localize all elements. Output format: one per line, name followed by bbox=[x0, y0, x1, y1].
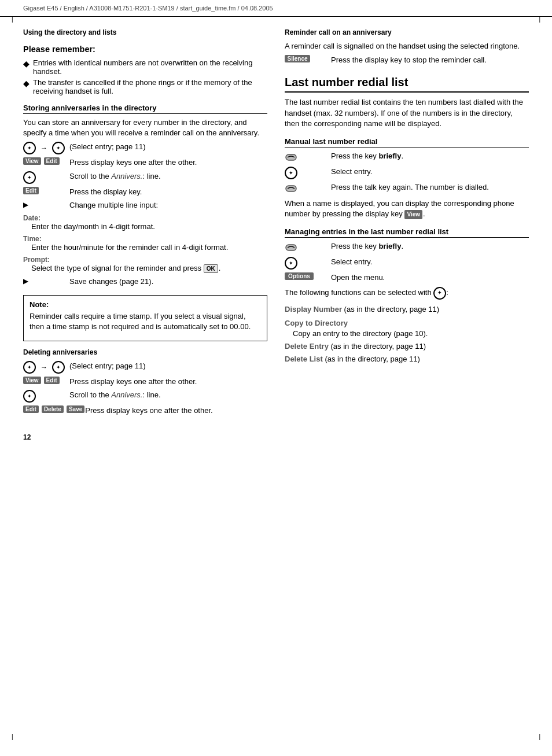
manual-step2-icon bbox=[285, 167, 331, 179]
managing-step2: Select entry. bbox=[285, 257, 529, 270]
manual-step1-text: Press the key briefly. bbox=[331, 151, 529, 161]
talk-key-m1 bbox=[285, 241, 297, 254]
view-btn-manual[interactable]: View bbox=[404, 210, 422, 219]
option-copy-to-directory: Copy to Directory Copy an entry to the d… bbox=[285, 318, 529, 339]
date-label: Date: bbox=[23, 214, 41, 222]
time-text: Enter the hour/minute for the reminder c… bbox=[31, 243, 267, 252]
managing-step3-text: Open the menu. bbox=[331, 272, 529, 283]
nav-icon-2 bbox=[52, 142, 65, 154]
bullet-2: ◆ The transfer is cancelled if the phone… bbox=[23, 78, 267, 95]
deleting-step1-text: (Select entry; page 11) bbox=[69, 361, 267, 371]
del-step3-pre: Scroll to the bbox=[69, 390, 109, 399]
left-column: Using the directory and lists Please rem… bbox=[23, 28, 267, 441]
last-number-redial-heading: Last number redial list bbox=[285, 76, 529, 93]
storing-step1-icons: → bbox=[23, 142, 69, 154]
time-field: Time: Enter the hour/minute for the remi… bbox=[23, 234, 267, 252]
edit-btn-d[interactable]: Edit bbox=[44, 377, 60, 384]
view-btn-d[interactable]: View bbox=[23, 377, 41, 384]
managing-step3: Options Open the menu. bbox=[285, 272, 529, 283]
corner-mark-tl: | bbox=[12, 16, 13, 23]
corner-mark-br: | bbox=[539, 733, 540, 740]
step3-pre: Scroll to the bbox=[69, 172, 109, 180]
prompt-field: Prompt: Select the type of signal for th… bbox=[23, 255, 267, 273]
silence-btn[interactable]: Silence bbox=[285, 55, 310, 62]
bullet-diamond-2: ◆ bbox=[23, 78, 30, 88]
save-arrow-icon: ▶ bbox=[23, 276, 69, 286]
options-btn[interactable]: Options bbox=[285, 272, 314, 280]
manual-redial-section: Manual last number redial Press the key … bbox=[285, 137, 529, 219]
page-header: Gigaset E45 / English / A31008-M1751-R20… bbox=[0, 0, 552, 17]
storing-anniversaries-heading: Storing anniversaries in the directory bbox=[23, 104, 267, 114]
storing-anniversaries-section: Storing anniversaries in the directory Y… bbox=[23, 104, 267, 287]
option-display-number: Display Number (as in the directory, pag… bbox=[285, 304, 529, 315]
nav-icon-d1 bbox=[23, 361, 36, 374]
deleting-step2-text: Press display keys one after the other. bbox=[69, 377, 267, 387]
manual-step3: Press the talk key again. The number is … bbox=[285, 182, 529, 195]
talk-key-1 bbox=[285, 151, 297, 164]
header-text: Gigaset E45 / English / A31008-M1751-R20… bbox=[23, 5, 273, 12]
deleting-step3-text: Scroll to the Annivers.: line. bbox=[69, 390, 267, 400]
managing-entries-heading: Managing entries in the last number redi… bbox=[285, 227, 529, 238]
storing-step3-icon bbox=[23, 171, 69, 184]
annivers-label: Annivers. bbox=[111, 172, 142, 180]
storing-step2-text: Press display keys one after the other. bbox=[69, 157, 267, 168]
prompt-label: Prompt: bbox=[23, 256, 50, 264]
delete-btn-del[interactable]: Delete bbox=[42, 405, 64, 413]
managing-step1-text: Press the key briefly. bbox=[331, 241, 529, 252]
managing-step1: Press the key briefly. bbox=[285, 241, 529, 254]
managing-step2-icon bbox=[285, 257, 331, 270]
option-delete-entry: Delete Entry (as in the directory, page … bbox=[285, 341, 529, 352]
nav-icon-m2 bbox=[285, 167, 297, 179]
storing-step4-text: Press the display key. bbox=[69, 187, 267, 197]
note-box: Note: Reminder calls require a time stam… bbox=[23, 295, 267, 341]
note-title: Note: bbox=[30, 300, 261, 309]
manual-step3-icon bbox=[285, 182, 331, 195]
storing-step5-icon: ▶ bbox=[23, 200, 69, 210]
nav-icon-d2 bbox=[52, 361, 65, 374]
please-remember-section: Please remember: ◆ Entries with identica… bbox=[23, 45, 267, 95]
nav-icon-1 bbox=[23, 142, 36, 154]
main-content: Using the directory and lists Please rem… bbox=[0, 17, 552, 464]
storing-step2-btns: View Edit bbox=[23, 157, 69, 165]
storing-step2: View Edit Press display keys one after t… bbox=[23, 157, 267, 168]
nav-icon-mg2 bbox=[285, 257, 297, 270]
directory-section-heading: Using the directory and lists bbox=[23, 28, 267, 36]
view-btn-1[interactable]: View bbox=[23, 157, 41, 165]
manual-step3-text: Press the talk key again. The number is … bbox=[331, 182, 529, 193]
talk-key-2 bbox=[285, 182, 297, 195]
storing-anniversaries-intro: You can store an anniversary for every n… bbox=[23, 117, 267, 138]
reminder-call-text: A reminder call is signalled on the hand… bbox=[285, 41, 529, 51]
ok-btn[interactable]: OK bbox=[204, 264, 218, 273]
svg-rect-0 bbox=[286, 154, 296, 160]
arrow-1: → bbox=[41, 144, 47, 152]
save-changes: ▶ Save changes (page 21). bbox=[23, 276, 267, 287]
deleting-step3-icon bbox=[23, 390, 69, 403]
annivers-label-del: Annivers. bbox=[111, 390, 142, 399]
manual-step1: Press the key briefly. bbox=[285, 151, 529, 164]
page-number: 12 bbox=[23, 433, 267, 441]
functions-intro: The following functions can be selected … bbox=[285, 287, 529, 300]
page: | | Gigaset E45 / English / A31008-M1751… bbox=[0, 0, 552, 756]
bullet-text-2: The transfer is cancelled if the phone r… bbox=[33, 78, 267, 95]
bullet-diamond-1: ◆ bbox=[23, 58, 30, 69]
svg-rect-2 bbox=[286, 245, 296, 250]
storing-step1-text: (Select entry; page 11) bbox=[69, 142, 267, 152]
storing-step4-btn: Edit bbox=[23, 187, 69, 194]
edit-btn-del[interactable]: Edit bbox=[23, 405, 39, 413]
storing-step1: → (Select entry; page 11) bbox=[23, 142, 267, 154]
edit-btn-1[interactable]: Edit bbox=[44, 157, 60, 165]
edit-btn-2[interactable]: Edit bbox=[23, 187, 39, 194]
managing-step1-icon bbox=[285, 241, 331, 254]
svg-rect-1 bbox=[286, 186, 296, 191]
time-label: Time: bbox=[23, 235, 42, 243]
arrow-bullet: ▶ bbox=[23, 200, 28, 210]
right-column: Reminder call on an anniversary A remind… bbox=[285, 28, 529, 441]
storing-step3: Scroll to the Annivers.: line. bbox=[23, 171, 267, 184]
deleting-step4: Edit Delete Save Press display keys one … bbox=[23, 405, 267, 416]
corner-mark-bl: | bbox=[12, 733, 13, 740]
managing-step2-text: Select entry. bbox=[331, 257, 529, 267]
save-btn-del[interactable]: Save bbox=[67, 405, 84, 413]
copy-to-directory-text: Copy an entry to the directory (page 10)… bbox=[293, 329, 529, 339]
bullet-text-1: Entries with identical numbers are not o… bbox=[33, 58, 267, 76]
reminder-call-heading: Reminder call on an anniversary bbox=[285, 28, 529, 36]
